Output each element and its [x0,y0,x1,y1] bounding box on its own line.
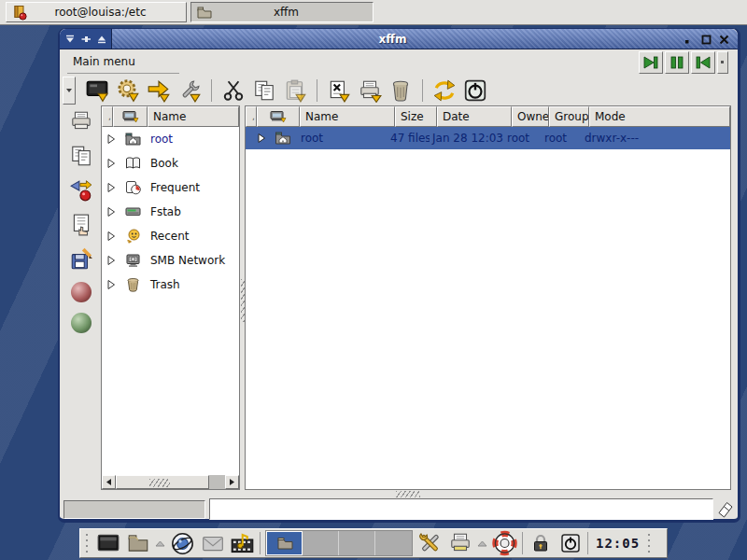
tree-item-trash[interactable]: Trash [102,273,239,297]
file-manager-launcher-icon[interactable] [125,531,150,556]
panel-clock[interactable]: 12:05 [593,536,642,551]
toolbar-collapse-button[interactable] [63,77,76,105]
scroll-left-icon[interactable] [102,475,116,489]
skip-back-button[interactable] [691,51,715,74]
tree-header-name[interactable]: Name [148,106,239,127]
scroll-right-icon[interactable] [225,475,239,489]
file-group: root [542,132,582,145]
tree-item-frequent[interactable]: Frequent [102,175,239,200]
files-header-icon-column[interactable] [257,106,300,127]
tree-item-fstab[interactable]: Fstab [102,200,239,224]
navigation-media-buttons [639,51,728,74]
expander-icon[interactable] [102,206,120,217]
settings-gear-icon[interactable] [116,78,140,103]
tools-launcher-icon[interactable] [417,531,443,556]
cut-icon[interactable] [221,78,246,103]
panel-grip-left[interactable] [85,533,91,553]
expander-icon[interactable] [102,255,120,266]
header-label: Owner [517,110,549,123]
workspace-4[interactable] [375,531,412,555]
statusbar-resize-grip[interactable] [396,491,420,497]
header-label: Size [401,110,424,123]
save-icon[interactable] [69,247,93,272]
green-sphere-icon[interactable] [71,313,92,333]
tree-item-book[interactable]: Book [102,151,239,175]
stick-icon[interactable] [78,32,92,46]
scrollbar-trough[interactable] [209,475,225,489]
files-header-corner[interactable]: , [246,106,257,127]
command-entry[interactable] [209,498,713,520]
tree-item-smb-network[interactable]: SMB Network [102,248,239,273]
expander-icon[interactable] [102,158,120,169]
files-header-name[interactable]: Name [300,106,395,127]
tree-item-recent[interactable]: Recent [102,224,239,248]
workspace-2[interactable] [303,531,339,555]
paste-icon[interactable] [283,78,307,103]
expander-icon[interactable] [102,133,120,145]
expander-icon[interactable] [102,182,120,193]
media-launcher-icon[interactable] [230,531,255,556]
shade-icon[interactable] [94,32,108,46]
expander-icon[interactable] [102,279,120,290]
terminal-launcher-icon[interactable] [95,531,120,556]
toolbar-separator [317,79,317,102]
go-arrow-icon[interactable] [147,78,171,103]
tree-header-icon-column[interactable] [113,106,148,127]
copy-icon[interactable] [252,78,276,103]
tree-item-root[interactable]: root [102,127,239,151]
help-lifering-icon[interactable] [492,531,517,556]
files-header-size[interactable]: Size [395,106,437,127]
mail-launcher-icon[interactable] [200,531,225,556]
taskbar-button-terminal[interactable]: root@louisa:/etc [6,2,187,22]
workspace-3[interactable] [339,531,375,555]
main-menu[interactable]: Main menu [67,50,179,74]
print-icon[interactable] [358,78,382,103]
trash-icon[interactable] [388,78,413,103]
power-icon[interactable] [463,78,487,103]
red-sphere-icon[interactable] [71,282,92,302]
browser-launcher-icon[interactable] [170,531,195,556]
taskbar-button-xffm[interactable]: xffm [190,2,374,22]
menubar: Main menu [60,50,738,75]
minimize-icon[interactable] [681,32,695,46]
expander-icon[interactable] [102,231,120,242]
maximize-icon[interactable] [698,32,712,46]
popup-arrow-icon[interactable] [477,539,487,548]
tree-item-label: Frequent [145,181,200,194]
select-document-icon[interactable] [69,213,93,237]
workspace-pager [265,530,413,556]
power-icon[interactable] [557,531,583,556]
window-menu-icon[interactable] [63,32,77,46]
differ-icon[interactable] [69,178,93,203]
detach-button[interactable] [717,51,728,74]
header-label: Group [555,110,589,123]
file-row-root[interactable]: root 47 files Jan 28 12:03 root root drw… [246,127,730,149]
files-header-mode[interactable]: Mode [589,106,730,127]
pause-button[interactable] [665,51,689,74]
tree-item-label: Fstab [145,205,181,218]
eraser-icon[interactable] [713,499,738,520]
skip-forward-button[interactable] [639,51,663,74]
tree-header-corner[interactable]: , [102,106,113,127]
tree-horizontal-scrollbar[interactable] [102,475,239,489]
files-header-date[interactable]: Date [437,106,512,127]
lock-icon[interactable] [528,531,553,556]
panel-grip-right[interactable] [647,533,653,553]
scrollbar-thumb[interactable] [116,475,209,489]
titlebar[interactable]: xffm [60,29,738,49]
terminal-icon[interactable] [85,78,109,103]
workspace-1[interactable] [266,531,303,555]
popup-arrow-icon[interactable] [155,539,165,548]
close-icon[interactable] [716,32,730,46]
copy-icon[interactable] [69,144,93,168]
files-header-group[interactable]: Group [549,106,589,127]
files-header-owner[interactable]: Owner [512,106,549,127]
print-launcher-icon[interactable] [447,531,472,556]
network-icon [120,252,145,269]
expander-icon[interactable] [255,133,268,144]
run-document-icon[interactable] [327,78,351,103]
file-date: Jan 28 12:03 [430,132,504,145]
reload-icon[interactable] [432,78,457,103]
print-icon[interactable] [69,109,93,133]
wrench-icon[interactable] [177,78,202,103]
